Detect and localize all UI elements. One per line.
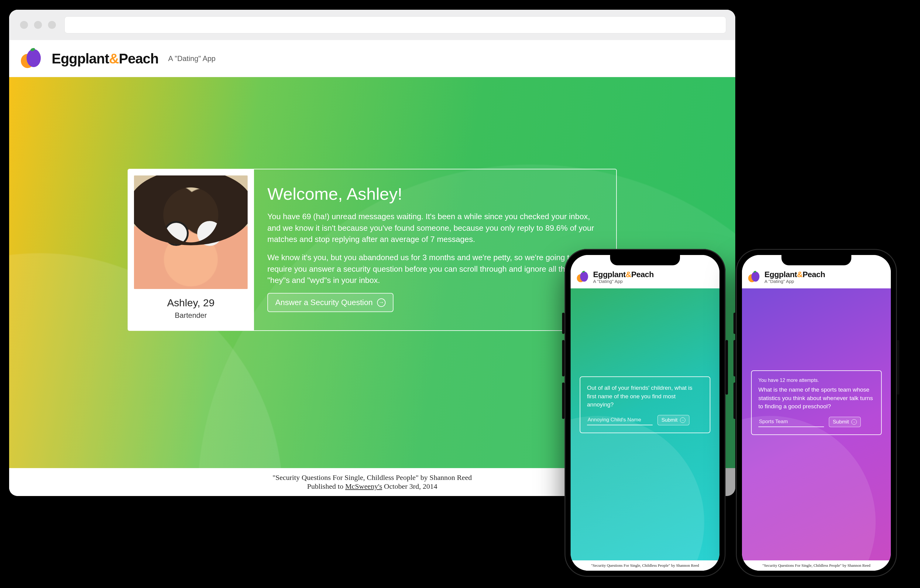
window-close-dot[interactable]: [20, 21, 28, 29]
phone-notch: [610, 255, 680, 265]
footer-link[interactable]: McSweeny's: [345, 482, 382, 490]
hero-area: Out of all of your friends' children, wh…: [570, 288, 719, 561]
phone-side-button: [734, 340, 736, 376]
submit-button[interactable]: Submit →: [829, 417, 861, 427]
answer-security-question-button[interactable]: Answer a Security Question →: [267, 293, 394, 312]
browser-chrome: [9, 10, 735, 40]
security-question-card: Out of all of your friends' children, wh…: [580, 376, 710, 433]
hero-area: You have 12 more attempts. What is the n…: [742, 288, 891, 561]
app-header: Eggplant&Peach A "Dating" App: [9, 40, 735, 77]
svg-point-1: [26, 49, 41, 67]
phone-footer: "Security Questions For Single, Childles…: [742, 561, 891, 571]
profile-column: Ashley, 29 Bartender: [128, 170, 254, 330]
welcome-paragraph-1: You have 69 (ha!) unread messages waitin…: [267, 211, 599, 245]
security-question-text: What is the name of the sports team whos…: [758, 386, 875, 411]
app-tagline: A "Dating" App: [593, 279, 654, 284]
security-question-text: Out of all of your friends' children, wh…: [587, 384, 703, 409]
phone-side-button: [562, 383, 565, 419]
profile-occupation: Bartender: [175, 311, 207, 320]
footer-pre: Published to: [307, 482, 345, 490]
cta-label: Answer a Security Question: [275, 298, 373, 307]
window-minimize-dot[interactable]: [34, 21, 42, 29]
phone-side-button: [562, 313, 565, 334]
welcome-paragraph-2: We know it's you, but you abandoned us f…: [267, 252, 599, 286]
decorative-blob: [570, 416, 704, 561]
address-bar[interactable]: [65, 16, 726, 33]
arrow-right-circle-icon: →: [851, 419, 857, 425]
app-brand: Eggplant&Peach: [765, 270, 825, 278]
arrow-right-circle-icon: →: [377, 299, 385, 307]
phone-footer-text: "Security Questions For Single, Childles…: [591, 563, 699, 568]
welcome-card: Ashley, 29 Bartender Welcome, Ashley! Yo…: [128, 169, 617, 331]
phone-mockup-teal: Eggplant&Peach A "Dating" App Out of all…: [565, 249, 726, 577]
submit-label: Submit: [661, 417, 677, 423]
welcome-body: Welcome, Ashley! You have 69 (ha!) unrea…: [254, 170, 616, 330]
security-answer-input[interactable]: [758, 417, 824, 427]
phone-side-button: [897, 340, 899, 395]
phone-footer: "Security Questions For Single, Childles…: [570, 561, 719, 571]
submit-label: Submit: [833, 419, 849, 425]
svg-point-4: [580, 271, 588, 281]
security-answer-input[interactable]: [587, 415, 653, 425]
brand-post: Peach: [119, 51, 159, 66]
window-controls[interactable]: [18, 21, 56, 29]
submit-button[interactable]: Submit →: [658, 415, 689, 425]
decorative-blob: [742, 416, 876, 561]
phone-side-button: [734, 383, 736, 419]
profile-name-age: Ashley, 29: [167, 297, 214, 309]
phone-side-button: [726, 340, 728, 395]
app-brand: Eggplant&Peach: [52, 50, 159, 67]
app-logo-icon: [19, 47, 43, 70]
attempts-remaining: You have 12 more attempts.: [758, 378, 875, 383]
phone-footer-text: "Security Questions For Single, Childles…: [762, 563, 870, 568]
security-question-card: You have 12 more attempts. What is the n…: [751, 370, 882, 435]
phone-notch: [781, 255, 851, 265]
brand-amp: &: [109, 51, 119, 66]
phone-screen: Eggplant&Peach A "Dating" App Out of all…: [570, 255, 719, 571]
welcome-title: Welcome, Ashley!: [267, 184, 599, 204]
phone-side-button: [562, 340, 565, 376]
footer-line-1: "Security Questions For Single, Childles…: [272, 473, 472, 482]
app-tagline: A "Dating" App: [765, 279, 825, 284]
profile-avatar: [134, 176, 248, 289]
svg-point-7: [752, 271, 759, 281]
footer-line-2: Published to McSweeny's October 3rd, 201…: [307, 482, 437, 491]
phone-side-button: [734, 313, 736, 334]
window-zoom-dot[interactable]: [48, 21, 56, 29]
app-brand: Eggplant&Peach: [593, 270, 654, 278]
footer-post: October 3rd, 2014: [382, 482, 437, 490]
arrow-right-circle-icon: →: [680, 417, 685, 423]
phone-mockup-purple: Eggplant&Peach A "Dating" App You have 1…: [736, 249, 897, 577]
brand-pre: Eggplant: [52, 51, 109, 66]
phone-screen: Eggplant&Peach A "Dating" App You have 1…: [742, 255, 891, 571]
app-logo-icon: [747, 270, 761, 284]
app-logo-icon: [576, 270, 590, 284]
app-tagline: A "Dating" App: [168, 54, 216, 63]
